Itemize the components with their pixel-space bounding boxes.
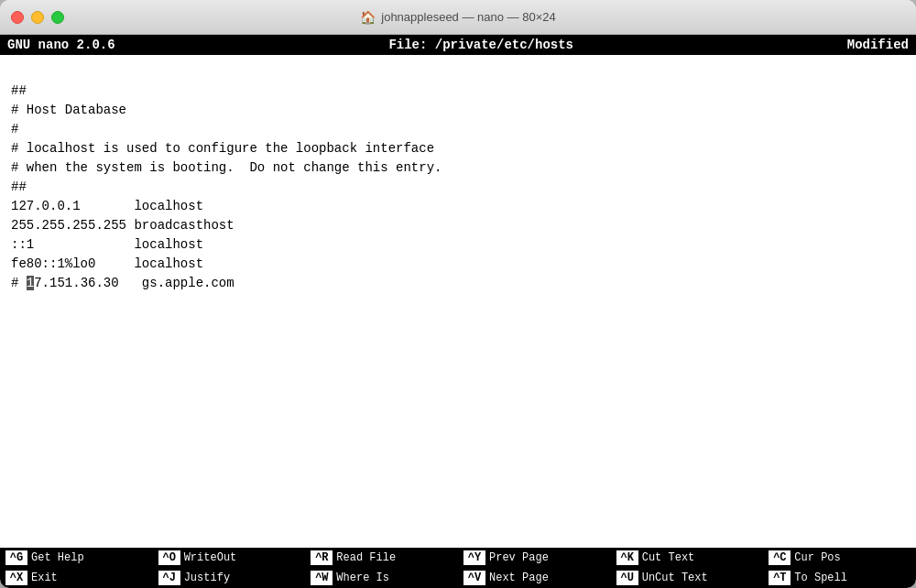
cmd-col-1: ^G Get Help xyxy=(0,548,153,568)
label-exit: Exit xyxy=(31,572,58,584)
minimize-button[interactable] xyxy=(31,11,44,24)
cmd-col-8: ^J Justify xyxy=(153,568,306,588)
title-bar: 🏠 johnappleseed — nano — 80×24 xyxy=(0,0,916,35)
traffic-lights xyxy=(11,11,64,24)
label-cur-pos: Cur Pos xyxy=(794,551,840,564)
label-read-file: Read File xyxy=(336,551,396,564)
editor-line xyxy=(11,351,905,370)
cmd-justify[interactable]: ^J Justify xyxy=(153,568,306,588)
title-text: johnappleseed — nano — 80×24 xyxy=(381,10,555,24)
editor-line: # when the system is booting. Do not cha… xyxy=(11,158,905,178)
cmd-col-2: ^O WriteOut xyxy=(153,548,306,568)
key-ctrl-g: ^G xyxy=(5,550,27,565)
nano-command-bar: ^G Get Help ^O WriteOut ^R Read Fi xyxy=(0,548,916,588)
cmd-col-7: ^X Exit xyxy=(0,568,153,588)
label-justify: Justify xyxy=(184,572,230,584)
cmd-col-5: ^K Cut Text xyxy=(611,548,764,568)
key-ctrl-r: ^R xyxy=(311,550,333,565)
cmd-col-10: ^V Next Page xyxy=(458,568,611,588)
cursor: 1 xyxy=(27,276,34,290)
key-ctrl-c: ^C xyxy=(769,550,791,565)
nano-editor[interactable]: GNU nano 2.0.6 File: /private/etc/hosts … xyxy=(0,35,916,588)
editor-line xyxy=(11,428,905,447)
editor-line: # Host Database xyxy=(11,101,905,120)
cmd-next-page[interactable]: ^V Next Page xyxy=(458,568,611,588)
nano-modified: Modified xyxy=(847,38,909,52)
editor-line xyxy=(11,370,905,389)
label-where-is: Where Is xyxy=(336,572,389,584)
editor-line: ::1 localhost xyxy=(11,235,905,255)
editor-line: 255.255.255.255 broadcasthost xyxy=(11,216,905,235)
cmd-col-6: ^C Cur Pos xyxy=(763,548,916,568)
cmd-uncut-text[interactable]: ^U UnCut Text xyxy=(611,568,764,588)
editor-line: 127.0.0.1 localhost xyxy=(11,197,905,216)
editor-line xyxy=(11,312,905,332)
editor-line: # xyxy=(11,120,905,139)
nano-version: GNU nano 2.0.6 xyxy=(7,38,115,52)
key-ctrl-t: ^T xyxy=(769,571,791,585)
label-to-spell: To Spell xyxy=(794,572,847,584)
editor-line xyxy=(11,293,905,312)
editor-line xyxy=(11,332,905,351)
label-prev-page: Prev Page xyxy=(489,551,549,564)
maximize-button[interactable] xyxy=(51,11,64,24)
cmd-cut-text[interactable]: ^K Cut Text xyxy=(611,548,764,568)
key-ctrl-y: ^Y xyxy=(463,550,485,565)
editor-line xyxy=(11,389,905,408)
label-writeout: WriteOut xyxy=(184,551,237,564)
key-ctrl-o: ^O xyxy=(158,550,180,565)
nano-header-bar: GNU nano 2.0.6 File: /private/etc/hosts … xyxy=(0,35,916,55)
editor-line: ## xyxy=(11,82,905,101)
label-next-page: Next Page xyxy=(489,572,549,584)
editor-content-area[interactable]: ## # Host Database # # localhost is used… xyxy=(0,55,916,548)
label-cut-text: Cut Text xyxy=(642,551,695,564)
cmd-col-4: ^Y Prev Page xyxy=(458,548,611,568)
editor-line: ## xyxy=(11,178,905,197)
label-uncut-text: UnCut Text xyxy=(642,572,708,584)
terminal-window: 🏠 johnappleseed — nano — 80×24 GNU nano … xyxy=(0,0,916,588)
cmd-writeout[interactable]: ^O WriteOut xyxy=(153,548,306,568)
editor-line: fe80::1%lo0 localhost xyxy=(11,255,905,274)
house-icon: 🏠 xyxy=(360,10,376,25)
editor-line xyxy=(11,62,905,82)
nano-filename: File: /private/etc/hosts xyxy=(388,38,573,52)
close-button[interactable] xyxy=(11,11,24,24)
cmd-col-9: ^W Where Is xyxy=(305,568,458,588)
cmd-read-file[interactable]: ^R Read File xyxy=(305,548,458,568)
editor-line: # 17.151.36.30 gs.apple.com xyxy=(11,274,905,293)
cmd-get-help[interactable]: ^G Get Help xyxy=(0,548,153,568)
editor-line: # localhost is used to configure the loo… xyxy=(11,139,905,158)
cmd-cur-pos[interactable]: ^C Cur Pos xyxy=(763,548,916,568)
cmd-where-is[interactable]: ^W Where Is xyxy=(305,568,458,588)
key-ctrl-k: ^K xyxy=(616,550,638,565)
cmd-to-spell[interactable]: ^T To Spell xyxy=(763,568,916,588)
key-ctrl-x: ^X xyxy=(5,571,27,585)
key-ctrl-w: ^W xyxy=(311,571,333,585)
cmd-prev-page[interactable]: ^Y Prev Page xyxy=(458,548,611,568)
cmd-col-3: ^R Read File xyxy=(305,548,458,568)
cmd-col-11: ^U UnCut Text xyxy=(611,568,764,588)
key-ctrl-v: ^V xyxy=(463,571,485,585)
key-ctrl-j: ^J xyxy=(158,571,180,585)
window-title: 🏠 johnappleseed — nano — 80×24 xyxy=(360,10,555,25)
cmd-exit[interactable]: ^X Exit xyxy=(0,568,153,588)
editor-line xyxy=(11,408,905,428)
cmd-col-12: ^T To Spell xyxy=(763,568,916,588)
key-ctrl-u: ^U xyxy=(616,571,638,585)
label-get-help: Get Help xyxy=(31,551,84,564)
